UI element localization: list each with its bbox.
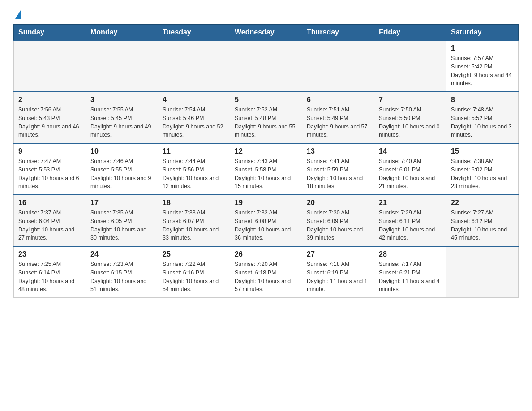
calendar-week-row: 23Sunrise: 7:25 AM Sunset: 6:14 PM Dayli… xyxy=(14,246,519,298)
calendar-cell: 3Sunrise: 7:55 AM Sunset: 5:45 PM Daylig… xyxy=(86,92,158,143)
day-number: 3 xyxy=(90,96,153,104)
day-number: 11 xyxy=(163,147,225,155)
calendar-cell: 26Sunrise: 7:20 AM Sunset: 6:18 PM Dayli… xyxy=(230,246,302,298)
calendar-cell: 21Sunrise: 7:29 AM Sunset: 6:11 PM Dayli… xyxy=(374,195,446,246)
day-number: 27 xyxy=(307,250,369,258)
day-info: Sunrise: 7:30 AM Sunset: 6:09 PM Dayligh… xyxy=(307,209,369,242)
calendar-cell: 15Sunrise: 7:38 AM Sunset: 6:02 PM Dayli… xyxy=(446,143,519,195)
day-number: 2 xyxy=(18,96,81,104)
day-number: 19 xyxy=(235,199,297,207)
calendar-cell: 11Sunrise: 7:44 AM Sunset: 5:56 PM Dayli… xyxy=(158,143,230,195)
column-header-saturday: Saturday xyxy=(446,25,519,41)
calendar-cell: 17Sunrise: 7:35 AM Sunset: 6:05 PM Dayli… xyxy=(86,195,158,246)
calendar-week-row: 2Sunrise: 7:56 AM Sunset: 5:43 PM Daylig… xyxy=(14,92,519,143)
day-info: Sunrise: 7:20 AM Sunset: 6:18 PM Dayligh… xyxy=(235,260,297,294)
day-number: 20 xyxy=(307,199,369,207)
calendar-cell xyxy=(302,40,374,92)
day-number: 17 xyxy=(90,199,153,207)
day-info: Sunrise: 7:32 AM Sunset: 6:08 PM Dayligh… xyxy=(235,209,297,242)
calendar-cell: 7Sunrise: 7:50 AM Sunset: 5:50 PM Daylig… xyxy=(374,92,446,143)
calendar-header-row: SundayMondayTuesdayWednesdayThursdayFrid… xyxy=(14,25,519,41)
day-number: 12 xyxy=(235,147,297,155)
day-number: 23 xyxy=(18,250,81,258)
calendar-week-row: 16Sunrise: 7:37 AM Sunset: 6:04 PM Dayli… xyxy=(14,195,519,246)
column-header-thursday: Thursday xyxy=(302,25,374,41)
calendar-cell: 8Sunrise: 7:48 AM Sunset: 5:52 PM Daylig… xyxy=(446,92,519,143)
day-number: 24 xyxy=(90,250,153,258)
calendar-cell xyxy=(158,40,230,92)
day-info: Sunrise: 7:27 AM Sunset: 6:12 PM Dayligh… xyxy=(451,209,514,242)
calendar-cell: 16Sunrise: 7:37 AM Sunset: 6:04 PM Dayli… xyxy=(14,195,86,246)
calendar-cell xyxy=(374,40,446,92)
calendar-week-row: 1Sunrise: 7:57 AM Sunset: 5:42 PM Daylig… xyxy=(14,40,519,92)
calendar-cell: 22Sunrise: 7:27 AM Sunset: 6:12 PM Dayli… xyxy=(446,195,519,246)
day-number: 9 xyxy=(18,147,81,155)
logo-triangle-icon xyxy=(15,9,21,19)
day-info: Sunrise: 7:18 AM Sunset: 6:19 PM Dayligh… xyxy=(307,260,369,294)
calendar-cell: 28Sunrise: 7:17 AM Sunset: 6:21 PM Dayli… xyxy=(374,246,446,298)
day-number: 18 xyxy=(163,199,225,207)
day-info: Sunrise: 7:35 AM Sunset: 6:05 PM Dayligh… xyxy=(90,209,153,242)
calendar-cell: 5Sunrise: 7:52 AM Sunset: 5:48 PM Daylig… xyxy=(230,92,302,143)
day-info: Sunrise: 7:51 AM Sunset: 5:49 PM Dayligh… xyxy=(307,106,369,139)
day-info: Sunrise: 7:38 AM Sunset: 6:02 PM Dayligh… xyxy=(451,157,514,191)
calendar-cell xyxy=(86,40,158,92)
day-info: Sunrise: 7:43 AM Sunset: 5:58 PM Dayligh… xyxy=(235,157,297,191)
calendar-cell: 13Sunrise: 7:41 AM Sunset: 5:59 PM Dayli… xyxy=(302,143,374,195)
day-info: Sunrise: 7:23 AM Sunset: 6:15 PM Dayligh… xyxy=(90,260,153,294)
day-info: Sunrise: 7:22 AM Sunset: 6:16 PM Dayligh… xyxy=(163,260,225,294)
calendar-cell: 23Sunrise: 7:25 AM Sunset: 6:14 PM Dayli… xyxy=(14,246,86,298)
day-number: 8 xyxy=(451,96,514,104)
calendar-cell: 9Sunrise: 7:47 AM Sunset: 5:53 PM Daylig… xyxy=(14,143,86,195)
day-number: 21 xyxy=(379,199,442,207)
calendar-cell: 2Sunrise: 7:56 AM Sunset: 5:43 PM Daylig… xyxy=(14,92,86,143)
column-header-wednesday: Wednesday xyxy=(230,25,302,41)
day-info: Sunrise: 7:54 AM Sunset: 5:46 PM Dayligh… xyxy=(163,106,225,139)
day-number: 4 xyxy=(163,96,225,104)
calendar-cell: 1Sunrise: 7:57 AM Sunset: 5:42 PM Daylig… xyxy=(446,40,519,92)
day-number: 16 xyxy=(18,199,81,207)
calendar-cell xyxy=(14,40,86,92)
calendar-cell: 20Sunrise: 7:30 AM Sunset: 6:09 PM Dayli… xyxy=(302,195,374,246)
calendar-cell: 24Sunrise: 7:23 AM Sunset: 6:15 PM Dayli… xyxy=(86,246,158,298)
calendar-week-row: 9Sunrise: 7:47 AM Sunset: 5:53 PM Daylig… xyxy=(14,143,519,195)
calendar-table: SundayMondayTuesdayWednesdayThursdayFrid… xyxy=(13,24,519,298)
day-number: 6 xyxy=(307,96,369,104)
day-info: Sunrise: 7:52 AM Sunset: 5:48 PM Dayligh… xyxy=(235,106,297,139)
calendar-cell: 6Sunrise: 7:51 AM Sunset: 5:49 PM Daylig… xyxy=(302,92,374,143)
day-number: 5 xyxy=(235,96,297,104)
calendar-cell: 10Sunrise: 7:46 AM Sunset: 5:55 PM Dayli… xyxy=(86,143,158,195)
column-header-sunday: Sunday xyxy=(14,25,86,41)
day-number: 7 xyxy=(379,96,442,104)
day-info: Sunrise: 7:57 AM Sunset: 5:42 PM Dayligh… xyxy=(451,54,514,88)
calendar-cell: 18Sunrise: 7:33 AM Sunset: 6:07 PM Dayli… xyxy=(158,195,230,246)
day-info: Sunrise: 7:33 AM Sunset: 6:07 PM Dayligh… xyxy=(163,209,225,242)
day-info: Sunrise: 7:29 AM Sunset: 6:11 PM Dayligh… xyxy=(379,209,442,242)
day-number: 13 xyxy=(307,147,369,155)
day-number: 28 xyxy=(379,250,442,258)
day-number: 15 xyxy=(451,147,514,155)
calendar-cell: 4Sunrise: 7:54 AM Sunset: 5:46 PM Daylig… xyxy=(158,92,230,143)
day-info: Sunrise: 7:40 AM Sunset: 6:01 PM Dayligh… xyxy=(379,157,442,191)
day-number: 26 xyxy=(235,250,297,258)
day-number: 14 xyxy=(379,147,442,155)
column-header-friday: Friday xyxy=(374,25,446,41)
calendar-cell: 12Sunrise: 7:43 AM Sunset: 5:58 PM Dayli… xyxy=(230,143,302,195)
day-info: Sunrise: 7:47 AM Sunset: 5:53 PM Dayligh… xyxy=(18,157,81,191)
day-info: Sunrise: 7:41 AM Sunset: 5:59 PM Dayligh… xyxy=(307,157,369,191)
day-info: Sunrise: 7:46 AM Sunset: 5:55 PM Dayligh… xyxy=(90,157,153,191)
day-info: Sunrise: 7:55 AM Sunset: 5:45 PM Dayligh… xyxy=(90,106,153,139)
day-number: 25 xyxy=(163,250,225,258)
day-info: Sunrise: 7:56 AM Sunset: 5:43 PM Dayligh… xyxy=(18,106,81,139)
column-header-monday: Monday xyxy=(86,25,158,41)
day-number: 10 xyxy=(90,147,153,155)
calendar-cell xyxy=(230,40,302,92)
day-info: Sunrise: 7:44 AM Sunset: 5:56 PM Dayligh… xyxy=(163,157,225,191)
column-header-tuesday: Tuesday xyxy=(158,25,230,41)
calendar-cell: 14Sunrise: 7:40 AM Sunset: 6:01 PM Dayli… xyxy=(374,143,446,195)
calendar-cell: 25Sunrise: 7:22 AM Sunset: 6:16 PM Dayli… xyxy=(158,246,230,298)
calendar-cell: 27Sunrise: 7:18 AM Sunset: 6:19 PM Dayli… xyxy=(302,246,374,298)
calendar-cell: 19Sunrise: 7:32 AM Sunset: 6:08 PM Dayli… xyxy=(230,195,302,246)
day-info: Sunrise: 7:17 AM Sunset: 6:21 PM Dayligh… xyxy=(379,260,442,294)
day-info: Sunrise: 7:37 AM Sunset: 6:04 PM Dayligh… xyxy=(18,209,81,242)
